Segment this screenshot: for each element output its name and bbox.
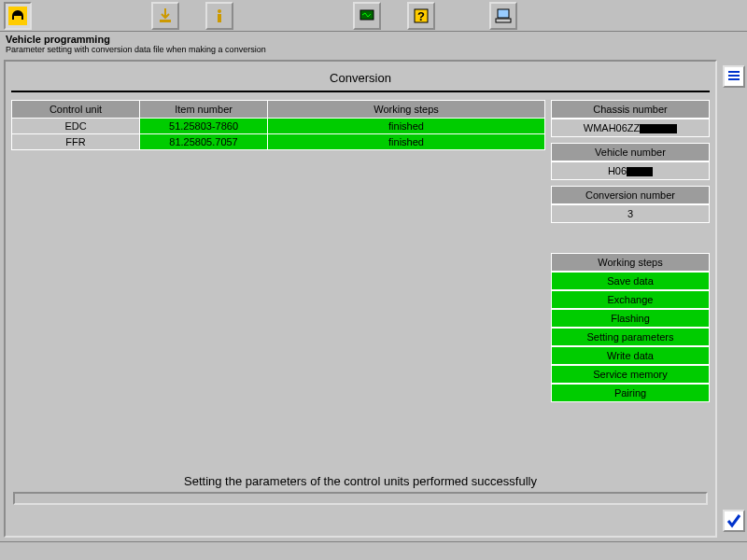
page-header: Vehicle programming Parameter setting wi…: [0, 32, 747, 56]
step-item: Write data: [551, 346, 710, 365]
cell-item-number: 81.25805.7057: [140, 134, 268, 150]
svg-text:?: ?: [417, 9, 425, 23]
page-title: Vehicle programming: [6, 34, 741, 45]
cell-control-unit: EDC: [12, 119, 140, 134]
svg-rect-3: [218, 14, 221, 22]
top-toolbar: ?: [0, 0, 747, 32]
toolbar-info-icon[interactable]: [205, 2, 233, 30]
cell-status: finished: [268, 119, 545, 134]
page-subtitle: Parameter setting with conversion data f…: [6, 45, 741, 54]
step-item: Exchange: [551, 290, 710, 309]
cell-status: finished: [268, 134, 545, 150]
toolbar-headset-icon[interactable]: [4, 2, 32, 30]
info-sidebar: Chassis number WMAH06ZZ Vehicle number H…: [551, 100, 710, 469]
toolbar-monitor-icon[interactable]: [353, 2, 381, 30]
col-control-unit: Control unit: [12, 101, 140, 119]
control-unit-table: Control unit Item number Working steps E…: [11, 100, 545, 150]
svg-point-2: [218, 9, 221, 13]
toolbar-help-icon[interactable]: ?: [407, 2, 435, 30]
step-item: Pairing: [551, 384, 710, 402]
conversion-value: 3: [551, 204, 710, 223]
chassis-value: WMAH06ZZ: [551, 119, 710, 137]
svg-rect-8: [496, 19, 511, 22]
steps-header: Working steps: [551, 253, 710, 272]
col-working-steps: Working steps: [268, 101, 545, 119]
panel-title: Conversion: [11, 67, 710, 92]
working-steps-list: Working steps Save data Exchange Flashin…: [551, 253, 710, 402]
cell-item-number: 51.25803-7860: [140, 119, 268, 134]
list-view-button[interactable]: [723, 65, 745, 88]
step-item: Save data: [551, 272, 710, 290]
status-message: Setting the parameters of the control un…: [11, 469, 710, 492]
svg-rect-1: [160, 20, 171, 22]
cell-control-unit: FFR: [12, 134, 140, 150]
step-item: Flashing: [551, 309, 710, 328]
footer-bar: [0, 541, 747, 554]
toolbar-computer-icon[interactable]: [489, 2, 517, 30]
col-item-number: Item number: [140, 101, 268, 119]
conversion-panel: Conversion Control unit Item number Work…: [4, 60, 717, 538]
chassis-label: Chassis number: [551, 100, 710, 119]
table-row: FFR 81.25805.7057 finished: [12, 134, 545, 150]
vehicle-label: Vehicle number: [551, 143, 710, 161]
confirm-button[interactable]: [723, 510, 745, 532]
conversion-label: Conversion number: [551, 186, 710, 204]
table-row: EDC 51.25803-7860 finished: [12, 119, 545, 134]
svg-rect-7: [498, 9, 509, 18]
right-sidebar: [721, 56, 747, 541]
toolbar-download-icon[interactable]: [151, 2, 179, 30]
vehicle-value: H06: [551, 161, 710, 180]
control-unit-table-area: Control unit Item number Working steps E…: [11, 100, 545, 469]
step-item: Setting parameters: [551, 328, 710, 346]
step-item: Service memory: [551, 365, 710, 384]
status-bar: [13, 492, 708, 505]
